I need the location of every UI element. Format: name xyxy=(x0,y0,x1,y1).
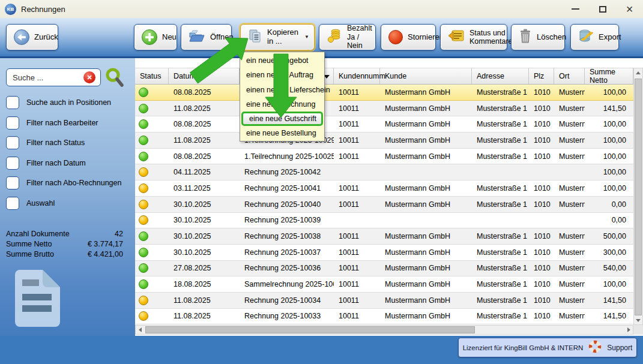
maximize-button[interactable] xyxy=(589,0,616,18)
status-comments-button[interactable]: Status und Kommentare xyxy=(440,24,507,50)
checkbox-auswahl[interactable] xyxy=(6,197,19,210)
delete-button[interactable]: Löschen xyxy=(511,24,565,50)
scroll-right-icon[interactable] xyxy=(624,326,633,334)
cell-summe-netto: 100,00 xyxy=(585,276,633,292)
column-header-kundennumm[interactable]: Kundennumm xyxy=(334,68,380,84)
table-row[interactable]: 08.08.20251.Teilrechnung 2025-1002510011… xyxy=(135,149,633,165)
database-export-icon xyxy=(578,28,594,46)
column-header-datum[interactable]: Datum xyxy=(169,68,240,84)
cell-plz: 1010 xyxy=(529,149,554,164)
cell-ort xyxy=(554,213,585,228)
cell-adresse xyxy=(472,213,529,228)
table-row[interactable]: 04.11.2025Rechnung 2025-10042100,00 xyxy=(135,164,633,181)
copy-to-button-label: Kopieren in ... xyxy=(267,28,298,46)
export-button[interactable]: Export xyxy=(570,24,619,50)
scroll-down-icon[interactable] xyxy=(634,316,642,324)
cell-ort: Mustern xyxy=(554,276,585,292)
cell-datum: 11.08.2025 xyxy=(169,133,240,148)
table-row[interactable]: 30.10.2025Rechnung 2025-1003810011Muster… xyxy=(135,228,633,245)
checkbox-filter-nach-abo-rechnungen[interactable] xyxy=(6,176,19,189)
cell-adresse xyxy=(472,164,529,180)
stat-row-summe-netto: Summe Netto€ 3.774,17 xyxy=(6,240,123,249)
cell-dokument: Rechnung 2025-10034 xyxy=(240,293,334,308)
checkbox-filter-nach-status[interactable] xyxy=(6,136,19,149)
cell-dokument: Sammelrechnung 2025-10035 xyxy=(240,276,334,292)
checkbox-suche-auch-in-positionen[interactable] xyxy=(6,96,19,109)
scroll-up-icon[interactable] xyxy=(634,68,642,77)
table-row[interactable]: 11.08.2025Rechnung 2025-1003410011Muster… xyxy=(135,293,633,309)
close-button[interactable]: × xyxy=(616,0,643,18)
cell-plz: 1010 xyxy=(529,197,554,212)
cell-ort: Mustern xyxy=(554,309,585,324)
window-title: Rechnungen xyxy=(21,5,65,14)
license-text: Lizenziert für KingBill GmbH & INTERN xyxy=(463,344,584,351)
table-row[interactable]: 30.10.2025Rechnung 2025-1003710011Muster… xyxy=(135,245,633,261)
cell-ort: Mustern xyxy=(554,245,585,260)
scroll-left-icon[interactable] xyxy=(136,326,144,334)
table-row[interactable]: 30.10.2025Rechnung 2025-100390,00 xyxy=(135,213,633,229)
status-yellow-icon xyxy=(139,215,148,225)
open-button[interactable]: Öffnen xyxy=(181,24,232,50)
cell-kundennummer: 10011 xyxy=(334,181,380,196)
status-green-icon xyxy=(139,88,148,97)
cell-summe-netto: 540,00 xyxy=(585,261,633,276)
vertical-scrollbar[interactable] xyxy=(633,68,643,325)
table-header: StatusDatumKundennummKundeAdressePlzOrtS… xyxy=(135,68,633,85)
table-row[interactable]: 11.08.20251.Teilrechnung 2025-1002910011… xyxy=(135,133,633,149)
copy-to-button[interactable]: Kopieren in ... ▼ xyxy=(240,24,315,50)
column-header-summe-netto[interactable]: Summe Netto xyxy=(585,68,633,84)
cancel-invoice-button[interactable]: Stornieren xyxy=(381,24,436,50)
cell-kunde xyxy=(380,164,472,180)
cell-datum: 08.08.2025 xyxy=(169,85,240,100)
stat-value: € 3.774,17 xyxy=(88,240,123,249)
table-row[interactable]: 03.11.2025Rechnung 2025-1004110011Muster… xyxy=(135,181,633,197)
table-row[interactable]: 30.10.2025Rechnung 2025-1004010011Muster… xyxy=(135,197,633,213)
menu-item-eine-neue-bestellung[interactable]: eine neue Bestellung xyxy=(240,126,324,140)
column-header-kunde[interactable]: Kunde xyxy=(380,68,472,84)
checkbox-filter-nach-datum[interactable] xyxy=(6,157,19,170)
horizontal-scroll-thumb[interactable] xyxy=(145,326,475,333)
table-row[interactable]: 18.08.2025Sammelrechnung 2025-1003510011… xyxy=(135,276,633,293)
column-header-status[interactable]: Status xyxy=(135,68,169,84)
menu-item-einen-neuen-auftrag[interactable]: einen neuen Auftrag xyxy=(240,68,324,82)
checkbox-filter-nach-bearbeiter[interactable] xyxy=(6,116,19,130)
table-row[interactable]: 08.08.202510011Mustermann GmbHMusterstra… xyxy=(135,85,633,101)
table-row[interactable]: 08.08.202510011Mustermann GmbHMusterstra… xyxy=(135,116,633,133)
support-button[interactable]: Lizenziert für KingBill GmbH & INTERN Su… xyxy=(458,338,637,357)
minimize-button[interactable] xyxy=(562,0,589,18)
column-header-plz[interactable]: Plz xyxy=(529,68,554,84)
table-row[interactable]: 27.08.2025Rechnung 2025-1003610011Muster… xyxy=(135,261,633,277)
cell-kundennummer: 10011 xyxy=(334,116,380,132)
cell-kundennummer xyxy=(334,164,380,180)
cell-summe-netto: 141,50 xyxy=(585,309,633,324)
cell-kunde: Mustermann GmbH xyxy=(380,133,472,148)
table-row[interactable]: 11.08.2025Rechnung 2025-1003310011Muster… xyxy=(135,309,633,325)
menu-item-eine-neue-gutschrift[interactable]: eine neue Gutschrift xyxy=(241,112,323,126)
clear-search-icon[interactable]: ✕ xyxy=(83,71,95,83)
cell-dokument: Rechnung 2025-10040 xyxy=(240,197,334,212)
paid-toggle-button[interactable]: Bezahlt Ja / Nein xyxy=(319,24,376,50)
app-logo-icon: KB xyxy=(5,4,16,15)
cell-adresse: Musterstraße 1 xyxy=(472,197,529,212)
column-header-adresse[interactable]: Adresse xyxy=(472,68,529,84)
table-row[interactable]: 11.08.202510011Mustermann GmbHMusterstra… xyxy=(135,101,633,117)
menu-item-ein-neues-angebot[interactable]: ein neues Angebot xyxy=(240,53,324,68)
back-button[interactable]: Zurück xyxy=(6,24,58,50)
cell-adresse: Musterstraße 1 xyxy=(472,101,529,116)
cell-ort: Mustern xyxy=(554,133,585,148)
close-icon: × xyxy=(626,3,633,15)
search-icon[interactable] xyxy=(104,67,125,91)
status-green-icon xyxy=(139,104,148,113)
cell-adresse: Musterstraße 1 xyxy=(472,116,529,132)
vertical-scroll-thumb[interactable] xyxy=(635,79,642,315)
menu-item-eine-neue-rechnung[interactable]: eine neue Rechnung xyxy=(240,97,324,112)
status-cell xyxy=(135,245,169,260)
column-header-ort[interactable]: Ort xyxy=(554,68,585,84)
new-button[interactable]: Neu xyxy=(134,24,177,50)
menu-item-einen-neuen-lieferschein[interactable]: einen neuen Lieferschein xyxy=(240,83,324,97)
horizontal-scrollbar[interactable] xyxy=(135,325,633,335)
cell-plz: 1010 xyxy=(529,228,554,244)
checkbox-label: Filter nach Datum xyxy=(26,159,86,167)
table-body: 08.08.202510011Mustermann GmbHMusterstra… xyxy=(135,85,633,324)
cell-dokument: Rechnung 2025-10041 xyxy=(240,181,334,196)
